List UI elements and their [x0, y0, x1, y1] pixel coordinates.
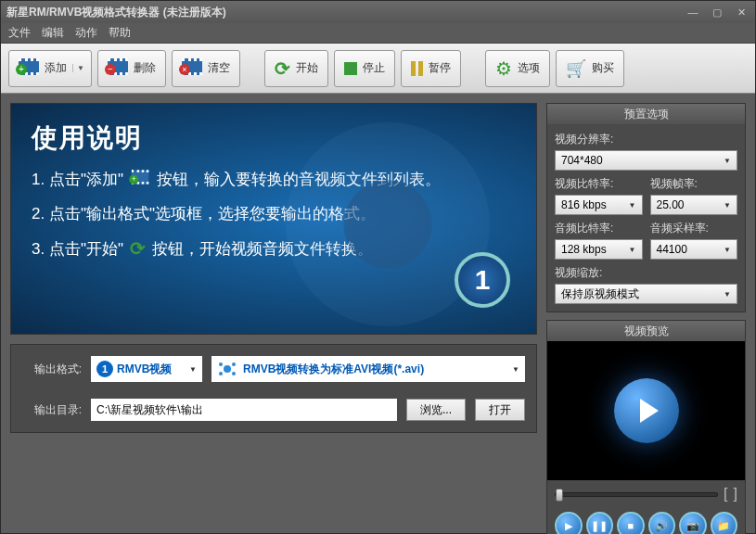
- profile-combo[interactable]: RMVB视频转换为标准AVI视频(*.avi) ▼: [211, 356, 525, 382]
- toolbar: + 添加 ▼ − 删除 × 清空 ⟳ 开始 停止 暂停 ⚙ 选项: [1, 44, 755, 94]
- bracket-icon: ]: [734, 486, 737, 502]
- pause-button[interactable]: 暂停: [401, 50, 461, 87]
- abitrate-select[interactable]: 128 kbps▼: [555, 239, 643, 260]
- slider-thumb[interactable]: [556, 489, 563, 502]
- clear-button[interactable]: × 清空: [172, 50, 240, 87]
- preview-area: [547, 341, 745, 480]
- volume-button[interactable]: 🔊: [648, 512, 676, 534]
- output-dir-label: 输出目录:: [22, 402, 82, 418]
- open-button[interactable]: 打开: [475, 399, 525, 421]
- preview-title: 视频预览: [547, 321, 745, 341]
- gear-icon: ⚙: [495, 57, 512, 80]
- refresh-icon: ⟳: [275, 57, 290, 80]
- chevron-down-icon: ▼: [724, 201, 731, 210]
- film-add-icon: +: [19, 58, 39, 79]
- preset-panel: 预置选项 视频分辨率: 704*480▼ 视频比特率: 816 kbps▼ 视频…: [546, 103, 746, 312]
- pause-ctrl-button[interactable]: ❚❚: [586, 512, 614, 534]
- film-clear-icon: ×: [182, 58, 202, 79]
- svg-point-0: [224, 365, 231, 373]
- stop-button[interactable]: 停止: [334, 50, 395, 87]
- resolution-label: 视频分辨率:: [555, 132, 737, 147]
- pause-icon: [411, 61, 423, 76]
- preview-panel: 视频预览 [ ] ▶ ❚❚ ■ 🔊 📷 📁: [546, 320, 746, 534]
- vbitrate-label: 视频比特率:: [555, 176, 643, 192]
- open-folder-button[interactable]: 📁: [711, 512, 738, 534]
- srate-select[interactable]: 44100▼: [650, 239, 738, 260]
- snapshot-button[interactable]: 📷: [679, 512, 707, 534]
- instructions-banner: 使用说明 1. 点击"添加" + 按钮，输入要转换的音视频文件到列表。 2. 点…: [10, 103, 537, 335]
- buy-button[interactable]: 🛒 购买: [556, 50, 624, 87]
- options-button[interactable]: ⚙ 选项: [485, 50, 550, 87]
- chevron-down-icon: ▼: [724, 290, 731, 299]
- titlebar: 新星RM/RMVB视频格式转换器 (未注册版本) — ▢ ✕: [1, 1, 755, 23]
- stop-ctrl-button[interactable]: ■: [617, 512, 645, 534]
- output-format-label: 输出格式:: [22, 362, 82, 377]
- chevron-down-icon: ▼: [629, 246, 636, 254]
- chevron-down-icon: ▼: [629, 201, 636, 210]
- play-orb-icon: [614, 378, 679, 443]
- scale-select[interactable]: 保持原视频模式▼: [555, 284, 737, 304]
- add-button[interactable]: + 添加 ▼: [8, 50, 92, 87]
- menu-help[interactable]: 帮助: [109, 25, 131, 41]
- browse-button[interactable]: 浏览...: [406, 399, 466, 421]
- seek-slider[interactable]: [555, 492, 718, 497]
- film-delete-icon: −: [108, 58, 128, 79]
- scale-label: 视频缩放:: [555, 265, 737, 281]
- preset-title: 预置选项: [547, 104, 745, 124]
- menu-file[interactable]: 文件: [8, 25, 31, 41]
- maximize-button[interactable]: ▢: [709, 6, 725, 19]
- window-title: 新星RM/RMVB视频格式转换器 (未注册版本): [6, 5, 685, 20]
- chevron-down-icon: ▼: [724, 246, 731, 254]
- fps-label: 视频帧率:: [650, 176, 738, 192]
- menu-edit[interactable]: 编辑: [42, 25, 64, 41]
- vbitrate-select[interactable]: 816 kbps▼: [555, 195, 643, 215]
- badge-one-icon: 1: [96, 361, 113, 377]
- format-category-combo[interactable]: 1 RMVB视频 ▼: [91, 356, 202, 382]
- stop-icon: [344, 62, 357, 75]
- svg-point-1: [219, 362, 223, 366]
- fps-select[interactable]: 25.00▼: [650, 195, 738, 215]
- app-window: 新星RM/RMVB视频格式转换器 (未注册版本) — ▢ ✕ 文件 编辑 动作 …: [0, 0, 756, 534]
- badge-one-icon: 1: [455, 252, 510, 308]
- close-button[interactable]: ✕: [733, 6, 750, 19]
- start-button[interactable]: ⟳ 开始: [264, 50, 328, 87]
- srate-label: 音频采样率:: [650, 221, 738, 236]
- minimize-button[interactable]: —: [685, 6, 701, 19]
- menubar: 文件 编辑 动作 帮助: [1, 23, 755, 44]
- output-panel: 输出格式: 1 RMVB视频 ▼ RMVB视频转换为标准AVI视频(*.avi)…: [10, 344, 537, 433]
- chevron-down-icon: ▼: [189, 365, 197, 374]
- svg-point-2: [232, 362, 236, 366]
- bracket-icon: [: [724, 486, 727, 502]
- film-add-icon: +: [130, 169, 150, 190]
- dots-icon: [217, 359, 237, 379]
- play-button[interactable]: ▶: [555, 512, 583, 534]
- chevron-down-icon: ▼: [72, 64, 82, 72]
- chevron-down-icon: ▼: [512, 365, 519, 374]
- delete-button[interactable]: − 删除: [97, 50, 166, 87]
- chevron-down-icon: ▼: [724, 157, 731, 165]
- abitrate-label: 音频比特率:: [555, 221, 643, 236]
- refresh-icon: ⟳: [130, 237, 146, 260]
- menu-action[interactable]: 动作: [75, 25, 97, 41]
- resolution-select[interactable]: 704*480▼: [555, 150, 737, 171]
- svg-point-4: [232, 372, 236, 375]
- output-dir-input[interactable]: [91, 399, 397, 421]
- svg-point-3: [219, 372, 223, 375]
- cart-icon: 🛒: [566, 58, 586, 79]
